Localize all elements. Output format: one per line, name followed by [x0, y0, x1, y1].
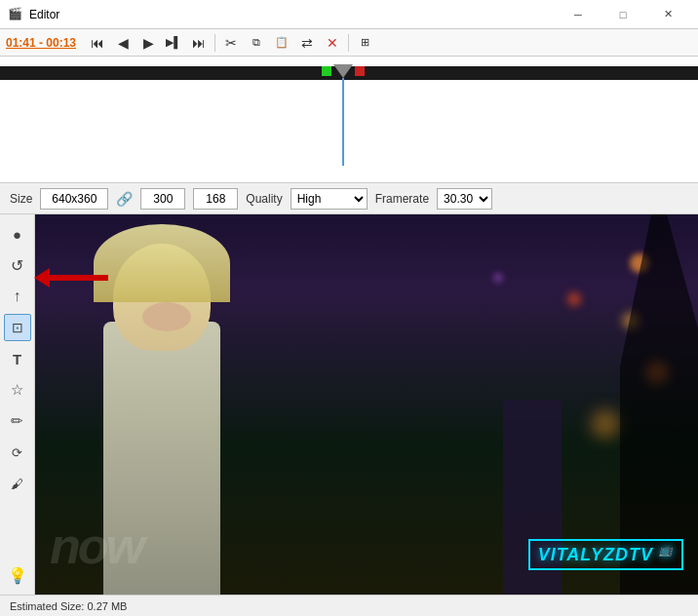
play-button[interactable]: ▶: [136, 32, 160, 54]
chain-icon: 🔗: [116, 191, 133, 207]
person-hand: [142, 302, 191, 331]
paste-button[interactable]: 📋: [270, 32, 293, 54]
select-tool[interactable]: ●: [4, 220, 31, 248]
in-marker: [322, 66, 331, 76]
copy-button[interactable]: ⧉: [245, 32, 268, 54]
playhead[interactable]: [322, 64, 365, 166]
person-hair: [94, 224, 230, 302]
playhead-arrow: [333, 64, 353, 78]
step-back-button[interactable]: ◀: [111, 32, 135, 54]
maximize-button[interactable]: □: [601, 0, 645, 29]
settings-bar: Size 🔗 Quality Low Medium High Very High…: [0, 183, 698, 214]
cut-button[interactable]: ✂: [219, 32, 243, 54]
step-forward-button[interactable]: ▶▌: [162, 32, 185, 54]
video-area[interactable]: now VITALYZDTV 📺: [35, 214, 698, 595]
lightbulb-button[interactable]: 💡: [4, 561, 31, 589]
status-bar: Estimated Size: 0.27 MB: [0, 595, 698, 616]
light-4: [493, 273, 503, 283]
close-button[interactable]: ✕: [645, 0, 690, 29]
now-watermark: now: [50, 517, 142, 575]
skip-to-start-button[interactable]: ⏮: [86, 32, 109, 54]
crop-tool[interactable]: ⊡: [4, 314, 31, 341]
estimated-size-label: Estimated Size:: [10, 600, 84, 612]
estimated-size-value: 0.27 MB: [87, 600, 127, 612]
star-tool[interactable]: ☆: [4, 376, 31, 404]
quality-select[interactable]: Low Medium High Very High: [291, 188, 368, 210]
tv-icon: 📺: [659, 544, 674, 556]
window-title: Editor: [29, 8, 556, 21]
playhead-markers: [322, 64, 365, 78]
timeline-area[interactable]: [0, 57, 698, 183]
video-scene: now VITALYZDTV 📺: [35, 214, 698, 595]
playhead-line: [342, 78, 344, 166]
light-6: [591, 409, 620, 439]
segments-button[interactable]: ⊞: [353, 32, 376, 54]
window-controls: ─ □ ✕: [556, 0, 690, 29]
skip-to-end-button[interactable]: ⏭: [187, 32, 211, 54]
separator-1: [214, 34, 215, 52]
main-area: ● ↺ ↑ ⊡ T ☆ ✏ ⟳ 🖌 💡: [0, 214, 698, 595]
vitalyz-watermark: VITALYZDTV 📺: [528, 539, 683, 570]
rotate-tool[interactable]: ↺: [4, 251, 31, 279]
framerate-select[interactable]: 23.97 24.00 25.00 29.97 30.00 30.30 60.0…: [437, 188, 492, 210]
width-val-input[interactable]: [140, 188, 185, 210]
title-bar: 🎬 Editor ─ □ ✕: [0, 0, 698, 29]
timecode-display[interactable]: 01:41 - 00:13: [6, 36, 76, 50]
width-input[interactable]: [40, 188, 108, 210]
eyedropper-tool[interactable]: 🖌: [4, 470, 31, 497]
out-marker: [355, 66, 365, 76]
framerate-label: Framerate: [375, 192, 429, 206]
transform-tool[interactable]: ⟳: [4, 439, 31, 466]
height-val-input[interactable]: [193, 188, 238, 210]
quality-label: Quality: [246, 192, 282, 206]
loop-button[interactable]: ⇄: [295, 32, 319, 54]
move-tool[interactable]: ↑: [4, 283, 31, 310]
text-tool[interactable]: T: [4, 345, 31, 372]
draw-tool[interactable]: ✏: [4, 407, 31, 435]
light-2: [567, 292, 581, 306]
app-icon: 🎬: [8, 7, 23, 22]
separator-2: [348, 34, 349, 52]
size-label: Size: [10, 192, 32, 206]
minimize-button[interactable]: ─: [556, 0, 601, 29]
delete-button[interactable]: ✕: [321, 32, 344, 54]
toolbox: ● ↺ ↑ ⊡ T ☆ ✏ ⟳ 🖌 💡: [0, 214, 35, 595]
toolbar: 01:41 - 00:13 ⏮ ◀ ▶ ▶▌ ⏭ ✂ ⧉ 📋 ⇄ ✕ ⊞: [0, 29, 698, 57]
